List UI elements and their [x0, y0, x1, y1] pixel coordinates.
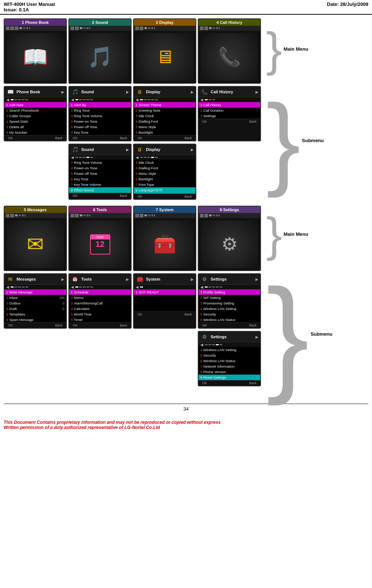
display2-item-6[interactable]: 6Backlight — [134, 176, 196, 182]
phonebook-item-3[interactable]: 3Caller Groups — [4, 113, 66, 119]
phonebook-icon: 📖 — [7, 33, 64, 81]
sound2-item-7[interactable]: 7Key Tone Volume — [69, 182, 131, 187]
display2-back[interactable]: Back — [185, 195, 192, 198]
system-item-1[interactable]: 1NOT READY — [134, 289, 196, 295]
display-item-2[interactable]: 2Greeting Note — [134, 108, 196, 113]
tools-item-5[interactable]: 5World Time — [69, 311, 131, 317]
sound2-back[interactable]: Back — [120, 194, 127, 198]
phonebook-ok[interactable]: OK — [8, 136, 13, 140]
tools-back[interactable]: Back — [120, 324, 127, 327]
callhistory-item-2[interactable]: 2Call Duration — [198, 108, 260, 113]
settings-item-3[interactable]: 3Provisioning Setting — [198, 300, 260, 306]
messages-item-2[interactable]: 2Inbox0/0 — [4, 295, 66, 300]
messages-item-6[interactable]: 6Spam Message — [4, 317, 66, 322]
sound2-item-8[interactable]: 8Effect Sound — [69, 187, 131, 193]
messages-ok[interactable]: OK — [8, 324, 13, 327]
sound2-item-6[interactable]: 6Key Tone — [69, 176, 131, 182]
settings2-item-4[interactable]: 4Wireless LAN Setting — [198, 347, 260, 353]
phonebook-item-4[interactable]: 4Speed Dials — [4, 119, 66, 124]
sound-item-1[interactable]: 1Alert by — [69, 102, 131, 108]
display-item-6[interactable]: 6Backlight — [134, 130, 196, 135]
messages-item-4[interactable]: 4Draft0 — [4, 306, 66, 311]
messages-item-1[interactable]: 1Write Message — [4, 289, 66, 295]
callhistory-item-3[interactable]: 3Settings — [198, 113, 260, 119]
settings-item-1[interactable]: 1Profile Setting — [198, 289, 260, 295]
submenu-label1: Submenu — [302, 138, 324, 143]
sound-item-2[interactable]: 2Ring Tone — [69, 108, 131, 113]
tools-item-4[interactable]: 4Calculator — [69, 306, 131, 311]
main-menu-label1: Main Menu — [283, 46, 308, 52]
display-item-5[interactable]: 5Menu Style — [134, 124, 196, 130]
phonebook-main-screen: 1 Phone Book ☎ ✉ ⚙ ℹ 📖 — [4, 18, 67, 84]
settings2-item-7[interactable]: 7Network Information — [198, 364, 260, 369]
sound2-item-4[interactable]: 4Power-on Tone — [69, 165, 131, 171]
sound2-ok[interactable]: OK — [73, 194, 78, 198]
sound-back[interactable]: Back — [120, 136, 127, 140]
settings-item-4[interactable]: 4Wireless LAN Setting — [198, 306, 260, 311]
sound-item-5[interactable]: 5Power-off Tone — [69, 124, 131, 130]
settings-ok[interactable]: OK — [202, 324, 207, 327]
settings-submenu: ⚙ Settings ▶ ◀ 1Profile Setting 2SIP Set… — [198, 273, 261, 329]
display-item-1[interactable]: 1Screen Theme — [134, 102, 196, 108]
settings-item-6[interactable]: 6Wireless LAN Status — [198, 317, 260, 322]
display-item-3[interactable]: 3Idle Clock — [134, 113, 196, 119]
settings-item-5[interactable]: 5Security — [198, 311, 260, 317]
sound-item-3[interactable]: 3Ring Tone Volume — [69, 113, 131, 119]
callhistory-submenu: 📞 Call History ▶ ◀ 1Call History 2Call D… — [198, 86, 261, 141]
display-ok[interactable]: OK — [137, 136, 142, 140]
tools-item-3[interactable]: 3Alarm/MorningCall — [69, 300, 131, 306]
sound-item-6[interactable]: 6Key Tone — [69, 130, 131, 135]
callhistory-ok[interactable]: OK — [202, 120, 207, 123]
main-menu-label2: Main Menu — [283, 231, 308, 237]
display2-item-5[interactable]: 5Menu Style — [134, 171, 196, 176]
messages-submenu: ✉ Messages ▶ ◀ 1Write Message 2Inbox0/0 … — [4, 273, 67, 329]
display2-item-8[interactable]: 8Language/언어 — [134, 187, 196, 194]
display2-ok[interactable]: OK — [137, 195, 142, 198]
callhistory-icon: 📞 — [201, 33, 258, 81]
settings2-item-5[interactable]: 5Security — [198, 353, 260, 358]
settings2-back[interactable]: Back — [249, 381, 257, 385]
system-back[interactable]: Back — [185, 313, 192, 316]
sound-ok[interactable]: OK — [73, 136, 78, 140]
tools-item-6[interactable]: 6Timer — [69, 317, 131, 322]
messages-main-screen: 5 Messages ☎ ✉ ⚙ ℹ ✉ — [4, 206, 67, 271]
sound-status: ☎ ✉ ⚙ ℹ — [69, 26, 131, 31]
tools-ok[interactable]: OK — [73, 324, 78, 327]
sound2-item-5[interactable]: 5Power-off Tone — [69, 171, 131, 176]
phonebook-item-6[interactable]: 6My Number — [4, 130, 66, 135]
display-item-4[interactable]: 4Dialling Font — [134, 119, 196, 124]
callhistory-back[interactable]: Back — [249, 120, 257, 123]
tools-item-1[interactable]: 1Schedule — [69, 289, 131, 295]
messages-item-5[interactable]: 5Templates — [4, 311, 66, 317]
sound-nav-right: ▶ — [126, 90, 129, 94]
phonebook-item-2[interactable]: 2Search Phonebook — [4, 108, 66, 113]
phonebook-item-1[interactable]: 1Add New — [4, 102, 66, 108]
sound2-item-3[interactable]: 3Ring Tone Volume — [69, 160, 131, 165]
settings-status: ☎ ✉ ⚙ ℹ — [198, 213, 260, 218]
settings2-item-8[interactable]: 8Phone Version — [198, 369, 260, 375]
footer-line1: This Document Contains proprietary infor… — [4, 420, 368, 425]
display-back[interactable]: Back — [185, 136, 192, 140]
messages-back[interactable]: Back — [55, 324, 62, 327]
submenu-row3: ✉ Messages ▶ ◀ 1Write Message 2Inbox0/0 … — [4, 273, 261, 329]
system-icon: 🧰 — [136, 220, 193, 268]
system-ok[interactable]: OK — [137, 313, 142, 316]
settings-item-2[interactable]: 2SIP Setting — [198, 295, 260, 300]
settings-back[interactable]: Back — [249, 324, 257, 327]
sound-submenu: 🎵 Sound ▶ ◀ 1Alert by 2Ring Tone 3Ring T… — [68, 86, 132, 141]
messages-item-3[interactable]: 3Outbox0 — [4, 300, 66, 306]
display2-item-4[interactable]: 4Dialling Font — [134, 165, 196, 171]
tools-item-2[interactable]: 2Memo — [69, 295, 131, 300]
submenu-label2: Submenu — [311, 331, 332, 337]
display-status: ☎ ✉ ⚙ ℹ — [134, 26, 196, 31]
settings2-ok[interactable]: OK — [202, 381, 207, 385]
callhistory-sub-title: Call History — [211, 90, 253, 94]
settings2-item-6[interactable]: 6Wireless LAN Status — [198, 358, 260, 364]
display2-item-3[interactable]: 3Idle Clock — [134, 160, 196, 165]
display2-item-7[interactable]: 7Font Type — [134, 182, 196, 187]
settings2-item-9[interactable]: 9Reset Settings — [198, 375, 260, 380]
phonebook-back[interactable]: Back — [55, 136, 62, 140]
phonebook-item-5[interactable]: 5Delete all — [4, 124, 66, 130]
sound-item-4[interactable]: 4Power-on Tone — [69, 119, 131, 124]
callhistory-item-1[interactable]: 1Call History — [198, 102, 260, 108]
